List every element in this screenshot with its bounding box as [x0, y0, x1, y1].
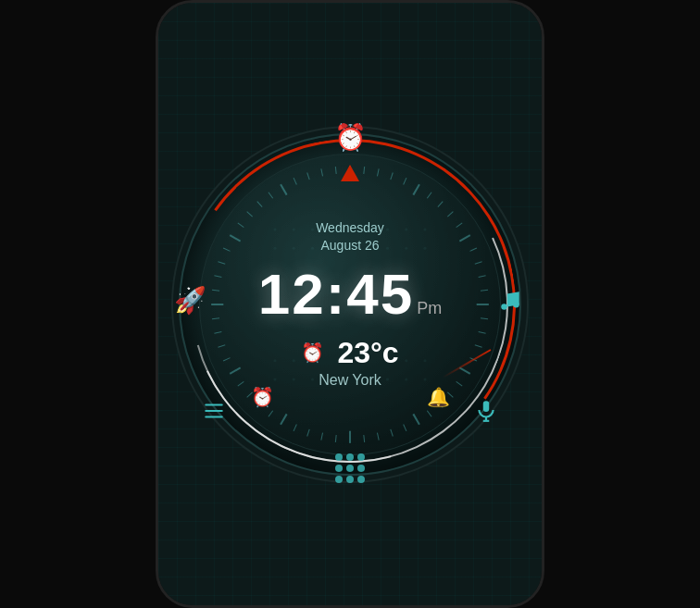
dot [346, 465, 354, 472]
list-icon[interactable] [195, 392, 232, 429]
date-display: Wednesday August 26 [316, 219, 384, 253]
svg-rect-90 [483, 401, 490, 412]
dot [357, 476, 365, 483]
dots-grid-icon[interactable] [331, 450, 369, 487]
dot [335, 465, 343, 472]
svg-rect-88 [205, 409, 223, 411]
phone-frame: Wednesday August 26 12:45 Pm ⏰ 23°c New … [156, 0, 544, 608]
bell-icon[interactable]: 🔔 [419, 378, 456, 416]
date-label-text: August 26 [316, 237, 384, 254]
mic-icon[interactable] [468, 392, 505, 429]
svg-point-86 [513, 302, 519, 308]
alarm-icon-small[interactable]: ⏰ [301, 341, 324, 364]
dot [346, 476, 354, 483]
dot [346, 453, 354, 461]
dot [335, 476, 343, 483]
temperature-display: 23°c [337, 336, 398, 370]
weather-row: ⏰ 23°c [301, 336, 398, 370]
svg-rect-89 [205, 416, 223, 417]
svg-rect-87 [205, 403, 223, 405]
svg-point-85 [501, 304, 507, 310]
alarm-bottom-icon[interactable]: ⏰ [244, 378, 281, 416]
left-button[interactable] [156, 142, 157, 206]
dots-grid [335, 453, 365, 483]
red-indicator-triangle [341, 165, 359, 181]
dot [357, 465, 365, 472]
clock-widget: Wednesday August 26 12:45 Pm ⏰ 23°c New … [179, 133, 521, 476]
rocket-icon[interactable]: 🚀 [171, 282, 208, 319]
ampm-label: Pm [417, 299, 442, 318]
dot [335, 453, 343, 461]
day-label: Wednesday [316, 219, 384, 236]
music-icon[interactable] [492, 282, 529, 319]
city-label: New York [319, 372, 381, 389]
time-display: 12:45 Pm [258, 261, 443, 327]
side-button-top[interactable] [543, 114, 544, 160]
time-main: 12:45 [258, 261, 415, 327]
side-button-bottom[interactable] [543, 179, 544, 225]
alarm-top-icon[interactable]: ⏰ [331, 119, 369, 156]
dot [357, 453, 365, 461]
